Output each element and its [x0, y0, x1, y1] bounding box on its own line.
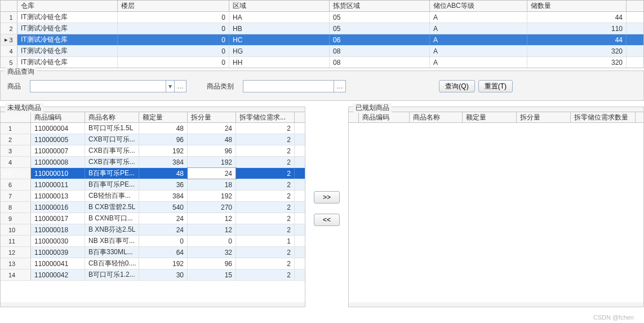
- cell-area[interactable]: HA: [229, 12, 330, 23]
- cell-name[interactable]: CB百事轻怡0....: [85, 258, 139, 269]
- cell-rated[interactable]: 24: [139, 224, 188, 235]
- table-row[interactable]: 12110000039B百事330ML...64322: [1, 247, 305, 258]
- cell-qty[interactable]: 44: [527, 34, 627, 45]
- cell-rated[interactable]: 24: [139, 213, 188, 224]
- cell-rated[interactable]: 48: [139, 168, 188, 179]
- cell-code[interactable]: 110000018: [31, 224, 85, 235]
- cell-demand[interactable]: 2: [236, 168, 295, 179]
- cell-rated[interactable]: 192: [139, 145, 188, 156]
- table-row[interactable]: ▸3IT测试冷链仓库0HC06A44: [1, 34, 643, 46]
- col-pickarea[interactable]: 拣货区域: [330, 1, 430, 11]
- cell-qty[interactable]: 320: [527, 46, 627, 56]
- col-grade[interactable]: 储位ABC等级: [430, 1, 527, 11]
- cell-floor[interactable]: 0: [118, 23, 229, 34]
- cell-rated[interactable]: 384: [139, 191, 188, 201]
- cell-split[interactable]: 18: [188, 179, 236, 190]
- cell-grade[interactable]: A: [430, 12, 527, 23]
- cell-demand[interactable]: 2: [236, 269, 295, 280]
- cell-pickarea[interactable]: 08: [330, 57, 430, 68]
- cell-code[interactable]: 110000004: [31, 123, 85, 134]
- cell-split[interactable]: 96: [188, 258, 236, 269]
- col-demand[interactable]: 拆零储位需求...: [236, 112, 295, 122]
- storage-grid-body[interactable]: 1IT测试冷链仓库0HA05A442IT测试冷链仓库0HB05A110▸3IT测…: [1, 12, 643, 68]
- cell-split[interactable]: 96: [188, 145, 236, 156]
- cell-split[interactable]: 32: [188, 247, 236, 258]
- cell-pickarea[interactable]: 05: [330, 12, 430, 23]
- cell-code[interactable]: 110000039: [31, 247, 85, 258]
- cell-demand[interactable]: 2: [236, 179, 295, 190]
- cell-rated[interactable]: 192: [139, 258, 188, 269]
- table-row[interactable]: 14110000042B可口可乐1.2...30152: [1, 269, 305, 281]
- cell-grade[interactable]: A: [430, 46, 527, 56]
- cell-name[interactable]: NB XB百事可...: [85, 236, 139, 246]
- table-row[interactable]: 9110000017B CXNB可口...24122: [1, 213, 305, 224]
- col-name[interactable]: 商品名称: [85, 112, 139, 122]
- col-code[interactable]: 商品编码: [359, 112, 410, 122]
- col-split[interactable]: 拆分量: [517, 112, 571, 122]
- cell-split[interactable]: 0: [188, 236, 236, 246]
- table-row[interactable]: 13110000041CB百事轻怡0....192962: [1, 258, 305, 269]
- cell-split[interactable]: 12: [188, 213, 236, 224]
- product-lookup-icon[interactable]: …: [174, 81, 186, 92]
- cell-floor[interactable]: 0: [118, 57, 229, 68]
- cell-code[interactable]: 110000008: [31, 157, 85, 167]
- cell-code[interactable]: 110000030: [31, 236, 85, 246]
- table-row[interactable]: 6110000011B百事可乐PE...36182: [1, 179, 305, 191]
- cell-grade[interactable]: A: [430, 57, 527, 68]
- cell-split[interactable]: 270: [188, 202, 236, 213]
- cell-split[interactable]: 24: [188, 168, 236, 179]
- cell-name[interactable]: B XNB芬达2.5L: [85, 224, 139, 235]
- table-row[interactable]: 2110000005CXB可口可乐...96482: [1, 134, 305, 145]
- cell-warehouse[interactable]: IT测试冷链仓库: [17, 23, 118, 34]
- cell-qty[interactable]: 320: [527, 57, 627, 68]
- cell-demand[interactable]: 1: [236, 236, 295, 246]
- cell-pickarea[interactable]: 08: [330, 46, 430, 56]
- cell-qty[interactable]: 110: [527, 23, 627, 34]
- cell-grade[interactable]: A: [430, 23, 527, 34]
- cell-demand[interactable]: 2: [236, 145, 295, 156]
- cell-code[interactable]: 110000007: [31, 145, 85, 156]
- cell-rated[interactable]: 384: [139, 157, 188, 167]
- col-demand[interactable]: 拆零储位需求数量: [571, 112, 636, 122]
- unplanned-body[interactable]: 1110000004B可口可乐1.5L482422110000005CXB可口可…: [1, 123, 305, 302]
- cell-warehouse[interactable]: IT测试冷链仓库: [17, 57, 118, 68]
- planned-body[interactable]: [349, 123, 643, 302]
- cell-rated[interactable]: 540: [139, 202, 188, 213]
- cell-split[interactable]: 15: [188, 269, 236, 280]
- cell-warehouse[interactable]: IT测试冷链仓库: [17, 34, 118, 45]
- table-row[interactable]: 4IT测试冷链仓库0HG08A320: [1, 46, 643, 57]
- cell-code[interactable]: 110000042: [31, 269, 85, 280]
- cell-demand[interactable]: 2: [236, 134, 295, 145]
- cell-code[interactable]: 110000005: [31, 134, 85, 145]
- cell-split[interactable]: 24: [188, 123, 236, 134]
- cell-name[interactable]: B CXNB可口...: [85, 213, 139, 224]
- cell-rated[interactable]: 48: [139, 123, 188, 134]
- cell-demand[interactable]: 2: [236, 157, 295, 167]
- cell-name[interactable]: B可口可乐1.5L: [85, 123, 139, 134]
- cell-warehouse[interactable]: IT测试冷链仓库: [17, 46, 118, 56]
- product-input[interactable]: [30, 81, 166, 92]
- cell-name[interactable]: CXB百事可乐...: [85, 145, 139, 156]
- table-row[interactable]: 11110000030NB XB百事可...001: [1, 236, 305, 247]
- cell-grade[interactable]: A: [430, 34, 527, 45]
- cell-split[interactable]: 192: [188, 157, 236, 167]
- cell-area[interactable]: HG: [229, 46, 330, 56]
- cell-demand[interactable]: 2: [236, 224, 295, 235]
- cell-name[interactable]: CXB可口可乐...: [85, 134, 139, 145]
- cell-area[interactable]: HC: [229, 34, 330, 45]
- cell-warehouse[interactable]: IT测试冷链仓库: [17, 12, 118, 23]
- cell-split[interactable]: 12: [188, 224, 236, 235]
- col-code[interactable]: 商品编码: [31, 112, 85, 122]
- cell-demand[interactable]: 2: [236, 258, 295, 269]
- col-qty[interactable]: 储数量: [527, 1, 627, 11]
- cell-code[interactable]: 110000017: [31, 213, 85, 224]
- cell-floor[interactable]: 0: [118, 46, 229, 56]
- cell-demand[interactable]: 2: [236, 247, 295, 258]
- table-row[interactable]: 10110000018B XNB芬达2.5L24122: [1, 224, 305, 236]
- table-row[interactable]: 1110000004B可口可乐1.5L48242: [1, 123, 305, 134]
- cell-name[interactable]: B可口可乐1.2...: [85, 269, 139, 280]
- cell-area[interactable]: HB: [229, 23, 330, 34]
- cell-area[interactable]: HH: [229, 57, 330, 68]
- col-warehouse[interactable]: 仓库: [17, 1, 118, 11]
- cell-rated[interactable]: 0: [139, 236, 188, 246]
